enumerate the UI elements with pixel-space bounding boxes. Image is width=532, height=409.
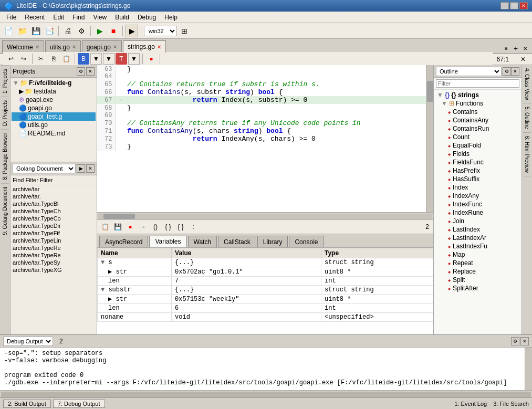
stop-button[interactable]: ■ bbox=[107, 25, 120, 37]
print-button[interactable]: 🖨 bbox=[61, 25, 74, 37]
fullscreen-button[interactable]: ⊞ bbox=[178, 25, 191, 37]
right-tab-class-view[interactable]: 4: Class View bbox=[523, 65, 531, 103]
right-tab-outline[interactable]: 5: Outline bbox=[523, 103, 531, 133]
tree-item-goapi-exe[interactable]: ⚙ goapi.exe bbox=[12, 96, 96, 104]
find-button[interactable]: B bbox=[78, 53, 89, 65]
tab-goapi[interactable]: goapi.go ✕ bbox=[82, 40, 122, 53]
tab-utils-close[interactable]: ✕ bbox=[72, 44, 76, 50]
golang-doc-button[interactable]: ▶ bbox=[77, 164, 85, 173]
debug-output-settings[interactable]: ⚙ bbox=[511, 337, 519, 345]
run-button[interactable]: ▶ bbox=[93, 25, 106, 37]
breakpoint-button[interactable]: ● bbox=[145, 53, 157, 65]
outline-item-containsany[interactable]: ⬥ ContainsAny bbox=[435, 116, 520, 124]
outline-filter-input[interactable] bbox=[436, 79, 519, 88]
var-substr-expand[interactable]: ▼ bbox=[101, 286, 105, 293]
find-item-7[interactable]: archive/tar.TypeLin bbox=[11, 237, 97, 244]
cut-button[interactable]: ✂ bbox=[35, 53, 47, 65]
status-file-search[interactable]: 3: File Search bbox=[493, 401, 529, 407]
find-item-11[interactable]: archive/tar.TypeXG bbox=[11, 266, 97, 274]
menu-find[interactable]: Find bbox=[68, 13, 89, 22]
outline-dropdown[interactable]: Outline bbox=[436, 67, 502, 76]
find-item-1[interactable]: archive/tar. bbox=[11, 193, 97, 200]
menu-debug[interactable]: Debug bbox=[133, 13, 160, 22]
debug-continue[interactable]: → bbox=[137, 221, 149, 233]
outline-item-repeat[interactable]: ⬥ Repeat bbox=[435, 259, 520, 267]
outline-item-replace[interactable]: ⬥ Replace bbox=[435, 267, 520, 276]
tree-item-goapi-go[interactable]: 🔵 goapi.go bbox=[12, 104, 96, 112]
settings-button[interactable]: ⚙ bbox=[75, 25, 88, 37]
open-file-button[interactable]: 📁 bbox=[16, 25, 28, 37]
menu-edit[interactable]: Edit bbox=[49, 13, 68, 22]
tab-goapi-close[interactable]: ✕ bbox=[113, 44, 117, 50]
editor-hscroll[interactable] bbox=[97, 212, 433, 219]
maximize-button[interactable]: □ bbox=[510, 2, 518, 9]
find-item-0[interactable]: archive/tar bbox=[11, 185, 97, 193]
find-item-6[interactable]: archive/tar.TypeFif bbox=[11, 229, 97, 237]
outline-item-hasprefix[interactable]: ⬥ HasPrefix bbox=[435, 166, 520, 175]
save-file-button[interactable]: 💾 bbox=[29, 25, 42, 37]
menu-file[interactable]: File bbox=[2, 13, 20, 22]
close-editor-button[interactable]: ✕ bbox=[517, 54, 529, 65]
save-all-button[interactable]: 📑 bbox=[43, 25, 56, 37]
golang-doc-close[interactable]: ✕ bbox=[86, 164, 95, 173]
debug-tab-console[interactable]: Console bbox=[289, 236, 324, 247]
outline-item-lastindex[interactable]: ⬥ LastIndex bbox=[435, 225, 520, 234]
projects-close-button[interactable]: ✕ bbox=[86, 67, 95, 76]
editor-vscroll[interactable] bbox=[426, 65, 433, 212]
find-item-4[interactable]: archive/tar.TypeCo bbox=[11, 215, 97, 222]
find-item-5[interactable]: archive/tar.TypeDir bbox=[11, 222, 97, 229]
outline-item-join[interactable]: ⬥ Join bbox=[435, 217, 520, 225]
code-area[interactable]: 63 } 64 bbox=[97, 65, 426, 212]
menu-help[interactable]: Help bbox=[160, 13, 182, 22]
find-item-10[interactable]: archive/tar.TypeSy bbox=[11, 259, 97, 266]
build-button[interactable]: ▶ bbox=[126, 25, 138, 37]
undo-button[interactable]: ↩ bbox=[5, 53, 17, 65]
left-tab-projects[interactable]: 1: Projects bbox=[1, 65, 9, 97]
title-bar-controls[interactable]: _ □ ✕ bbox=[500, 2, 528, 9]
debug-colon[interactable]: : bbox=[187, 221, 199, 233]
tab-strings[interactable]: strings.go ✕ bbox=[123, 40, 166, 53]
outline-item-hassuffix[interactable]: ⬥ HasSuffix bbox=[435, 175, 520, 183]
output-hscroll[interactable] bbox=[0, 390, 532, 397]
tab-list-button[interactable]: ≡ bbox=[502, 44, 511, 53]
left-tab-package-browser[interactable]: 8: Package Browser bbox=[1, 129, 9, 183]
status-tab-debug[interactable]: 7: Debug Output bbox=[53, 400, 105, 408]
outline-item-index[interactable]: ⬥ Index bbox=[435, 183, 520, 192]
debug-paren[interactable]: () bbox=[150, 221, 161, 233]
tab-strings-close[interactable]: ✕ bbox=[157, 44, 161, 50]
outline-close-button[interactable]: ✕ bbox=[511, 67, 519, 76]
debug-output-content[interactable]: -sep=",": setup separators -v=false: ver… bbox=[0, 348, 525, 390]
debug-tab-asyncrecord[interactable]: AsyncRecord bbox=[99, 236, 148, 247]
debug-tab-callstack[interactable]: CallStack bbox=[218, 236, 256, 247]
outline-root[interactable]: ▼ {} {} strings bbox=[435, 91, 520, 99]
find-item-8[interactable]: archive/tar.TypeRe bbox=[11, 244, 97, 251]
outline-item-count[interactable]: ⬥ Count bbox=[435, 133, 520, 141]
outline-item-indexany[interactable]: ⬥ IndexAny bbox=[435, 192, 520, 200]
close-button[interactable]: ✕ bbox=[519, 2, 528, 9]
tree-item-testdata[interactable]: ▶ 📁 testdata bbox=[12, 87, 96, 96]
menu-view[interactable]: View bbox=[89, 13, 111, 22]
outline-functions-folder[interactable]: ▼ ⊞ Functions bbox=[435, 99, 520, 108]
tree-root-item[interactable]: ▼ 📁 F:/vfc/liteide-g bbox=[12, 79, 96, 87]
debug-output-dropdown[interactable]: Debug Output bbox=[3, 337, 53, 346]
left-tab-golang-doc[interactable]: 9: Golang Document bbox=[1, 183, 9, 238]
outline-item-indexfunc[interactable]: ⬥ IndexFunc bbox=[435, 200, 520, 208]
status-tab-build[interactable]: 2: Build Output bbox=[3, 400, 51, 408]
copy-button[interactable]: ⎘ bbox=[48, 53, 59, 65]
debug-tab-variables[interactable]: Variables bbox=[149, 236, 186, 247]
outline-item-splitafter[interactable]: ⬥ SplitAfter bbox=[435, 284, 520, 292]
new-file-button[interactable]: 📄 bbox=[2, 25, 15, 37]
debug-tab-library[interactable]: Library bbox=[257, 236, 288, 247]
tab-welcome-close[interactable]: ✕ bbox=[35, 44, 39, 50]
outline-item-fieldsfunc[interactable]: ⬥ FieldsFunc bbox=[435, 158, 520, 166]
outline-settings-button[interactable]: ⚙ bbox=[503, 67, 511, 76]
debug-output-vscroll[interactable] bbox=[525, 348, 532, 390]
outline-item-map[interactable]: ⬥ Map bbox=[435, 250, 520, 259]
t-button[interactable]: T bbox=[116, 53, 127, 65]
italic-button[interactable]: ▼ bbox=[103, 53, 114, 65]
left-tab-d-projects[interactable]: D: Projects bbox=[1, 97, 9, 129]
tab-close-all-button[interactable]: ✕ bbox=[520, 44, 530, 53]
menu-build[interactable]: Build bbox=[111, 13, 133, 22]
find-item-9[interactable]: archive/tar.TypeRe bbox=[11, 251, 97, 259]
right-tab-html-preview[interactable]: 6: Html Preview bbox=[523, 133, 531, 176]
